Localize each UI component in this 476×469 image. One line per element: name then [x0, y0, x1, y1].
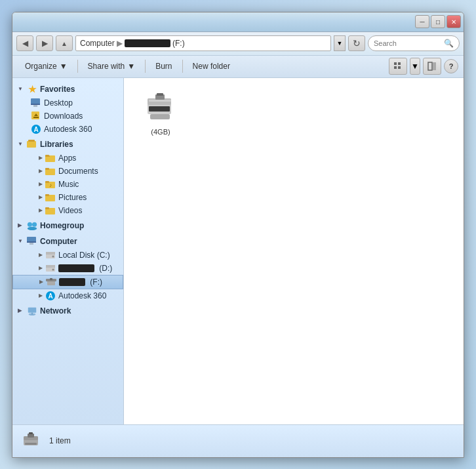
- autodesk360-comp-label: Autodesk 360: [58, 291, 106, 300]
- svg-point-36: [52, 255, 54, 257]
- videos-folder-icon: [45, 205, 56, 216]
- close-button[interactable]: ✕: [446, 15, 461, 28]
- back-button[interactable]: ◀: [16, 35, 33, 51]
- svg-rect-15: [28, 140, 35, 142]
- svg-text:♪: ♪: [49, 182, 52, 188]
- search-box[interactable]: 🔍: [368, 35, 460, 51]
- computer-icon: [27, 236, 37, 247]
- up-button[interactable]: ▲: [56, 35, 73, 51]
- search-input[interactable]: [374, 39, 441, 47]
- minimize-button[interactable]: ─: [415, 15, 429, 28]
- view-icon: [393, 62, 403, 71]
- sidebar-item-desktop[interactable]: Desktop: [12, 96, 123, 110]
- organize-button[interactable]: Organize ▼: [18, 57, 75, 75]
- explorer-window: ─ □ ✕ ◀ ▶ ▲ Computer ▶ (F:) ▼ ↻ 🔍 Organi…: [12, 12, 464, 458]
- autodesk360-fav-icon: A: [31, 124, 41, 134]
- sidebar-item-autodesk360-comp[interactable]: ▶ A Autodesk 360: [12, 289, 123, 302]
- share-label: Share with: [88, 62, 125, 71]
- apps-expand-icon: ▶: [39, 155, 43, 161]
- libraries-header[interactable]: ▼ Libraries: [12, 137, 123, 152]
- svg-rect-54: [149, 100, 171, 102]
- search-icon: 🔍: [444, 39, 454, 48]
- homegroup-header[interactable]: ▶ Homegroup: [12, 218, 123, 233]
- status-item-count: 1 item: [49, 436, 71, 445]
- libraries-section: ▼ Libraries ▶ Apps ▶: [12, 137, 123, 217]
- toolbar-separator-1: [77, 60, 78, 73]
- address-bar: ◀ ▶ ▲ Computer ▶ (F:) ▼ ↻ 🔍: [12, 32, 464, 56]
- music-label: Music: [58, 180, 79, 189]
- libraries-label: Libraries: [40, 140, 73, 149]
- sidebar-item-pictures[interactable]: ▶ Pictures: [12, 191, 123, 204]
- svg-rect-8: [33, 105, 37, 107]
- pictures-label: Pictures: [58, 193, 87, 202]
- pane-icon: [427, 62, 437, 71]
- music-expand-icon: ▶: [39, 181, 43, 187]
- sidebar-item-videos[interactable]: ▶ Videos: [12, 204, 123, 217]
- svg-rect-25: [45, 194, 49, 196]
- network-icon: [27, 306, 37, 316]
- svg-text:A: A: [48, 293, 52, 300]
- svg-rect-32: [27, 241, 36, 243]
- share-button[interactable]: Share with ▼: [81, 57, 143, 75]
- sidebar-item-drive-d[interactable]: ▶ (D:): [12, 262, 123, 275]
- sidebar-item-downloads[interactable]: Downloads: [12, 110, 123, 123]
- preview-pane-button[interactable]: [423, 58, 441, 75]
- computer-label: Computer: [40, 237, 77, 246]
- svg-rect-53: [150, 114, 170, 119]
- computer-expand-icon: ▼: [18, 238, 24, 244]
- burn-button[interactable]: Burn: [148, 57, 179, 75]
- documents-label: Documents: [58, 167, 98, 176]
- favorites-expand-icon: ▼: [18, 86, 24, 92]
- sidebar-item-drive-f[interactable]: ▶ (F:): [12, 275, 123, 289]
- help-button[interactable]: ?: [444, 59, 458, 73]
- svg-rect-2: [394, 66, 397, 69]
- sidebar-item-local-disk-c[interactable]: ▶ Local Disk (C:): [12, 249, 123, 262]
- svg-rect-59: [25, 443, 37, 445]
- homegroup-section: ▶ Homegroup: [12, 218, 123, 233]
- sidebar-item-music[interactable]: ▶ ♪ Music: [12, 178, 123, 191]
- svg-rect-51: [157, 93, 163, 96]
- new-folder-label: New folder: [193, 62, 230, 71]
- sidebar-item-apps[interactable]: ▶ Apps: [12, 152, 123, 165]
- status-bar: 1 item: [12, 424, 464, 457]
- svg-rect-0: [394, 62, 397, 65]
- favorites-star-icon: ★: [27, 84, 37, 94]
- computer-header[interactable]: ▼ Computer: [12, 234, 123, 249]
- svg-rect-3: [398, 66, 401, 69]
- svg-rect-27: [45, 207, 49, 209]
- file-item-usb[interactable]: (4GB): [134, 89, 187, 140]
- localdisk-icon: [45, 250, 56, 260]
- breadcrumb-computer: Computer: [80, 39, 115, 48]
- svg-point-28: [28, 222, 32, 226]
- svg-rect-7: [31, 104, 40, 105]
- network-header[interactable]: ▶ Network: [12, 304, 123, 318]
- new-folder-button[interactable]: New folder: [186, 57, 237, 75]
- refresh-button[interactable]: ↻: [348, 35, 365, 51]
- sidebar-item-documents[interactable]: ▶ Documents: [12, 165, 123, 178]
- toolbar-separator-3: [182, 60, 183, 73]
- autodesk360-fav-label: Autodesk 360: [44, 125, 92, 134]
- desktop-label: Desktop: [44, 98, 73, 108]
- forward-button[interactable]: ▶: [36, 35, 53, 51]
- homegroup-icon: [27, 220, 37, 231]
- videos-expand-icon: ▶: [39, 207, 43, 213]
- title-bar: ─ □ ✕: [12, 12, 464, 32]
- usb-drive-icon: [141, 92, 180, 125]
- svg-rect-4: [428, 62, 432, 70]
- autodesk360-expand-icon: ▶: [39, 293, 43, 298]
- favorites-header[interactable]: ▼ ★ Favorites: [12, 82, 123, 96]
- downloads-label: Downloads: [44, 112, 83, 121]
- address-dropdown[interactable]: ▼: [334, 35, 346, 51]
- favorites-label: Favorites: [40, 85, 75, 94]
- sidebar-item-autodesk360-fav[interactable]: A Autodesk 360: [12, 123, 123, 136]
- svg-rect-18: [45, 155, 49, 157]
- svg-rect-42: [50, 278, 52, 280]
- svg-rect-52: [149, 106, 170, 112]
- maximize-button[interactable]: □: [431, 15, 445, 28]
- drived-masked-label: [58, 264, 94, 272]
- drivef-expand-icon: ▶: [39, 279, 43, 285]
- view-options-button[interactable]: [389, 58, 407, 75]
- share-dropdown-icon: ▼: [127, 62, 135, 71]
- address-path[interactable]: Computer ▶ (F:): [75, 35, 331, 51]
- view-dropdown-button[interactable]: ▼: [410, 58, 420, 75]
